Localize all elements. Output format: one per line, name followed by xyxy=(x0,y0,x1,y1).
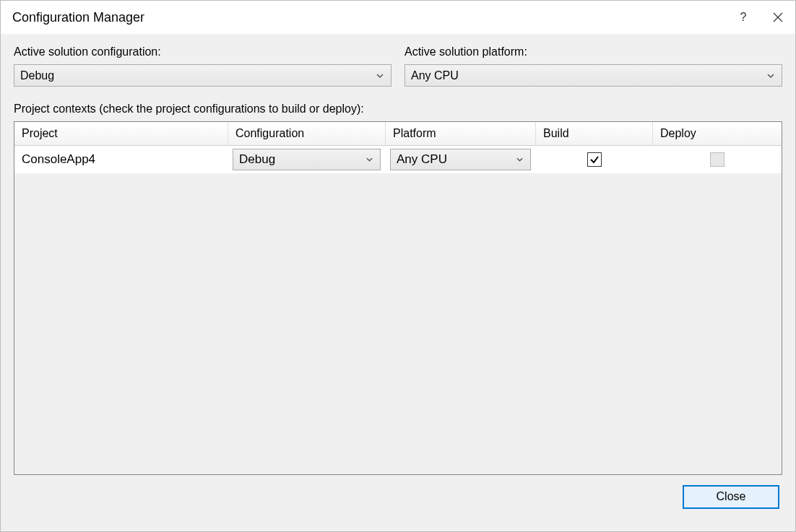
row-configuration-value: Debug xyxy=(239,152,364,167)
dialog-footer: Close xyxy=(14,475,782,518)
close-button[interactable]: Close xyxy=(683,485,779,509)
close-button-label: Close xyxy=(717,490,746,503)
close-icon xyxy=(773,12,783,22)
active-config-value: Debug xyxy=(20,69,375,82)
row-platform-combo[interactable]: Any CPU xyxy=(390,149,531,170)
chevron-down-icon xyxy=(514,154,524,165)
configuration-manager-window: Configuration Manager ? Active solution … xyxy=(0,0,796,532)
table-row: ConsoleApp4 Debug Any CPU xyxy=(14,146,782,173)
window-title: Configuration Manager xyxy=(12,10,144,25)
active-platform-value: Any CPU xyxy=(411,69,766,82)
dialog-body: Active solution configuration: Debug Act… xyxy=(1,34,795,531)
chevron-down-icon xyxy=(766,71,776,81)
help-button[interactable]: ? xyxy=(726,1,761,34)
close-window-button[interactable] xyxy=(761,1,795,34)
project-contexts-label: Project contexts (check the project conf… xyxy=(14,103,782,115)
row-platform-value: Any CPU xyxy=(397,152,514,167)
chevron-down-icon xyxy=(375,71,385,81)
col-header-build[interactable]: Build xyxy=(536,122,653,145)
row-configuration-combo[interactable]: Debug xyxy=(233,149,381,170)
project-name-cell: ConsoleApp4 xyxy=(14,146,228,173)
deploy-checkbox xyxy=(710,152,724,167)
titlebar: Configuration Manager ? xyxy=(1,1,795,34)
col-header-platform[interactable]: Platform xyxy=(386,122,536,145)
grid-body: ConsoleApp4 Debug Any CPU xyxy=(14,146,782,474)
col-header-deploy[interactable]: Deploy xyxy=(653,122,782,145)
chevron-down-icon xyxy=(364,154,374,165)
project-contexts-grid: Project Configuration Platform Build Dep… xyxy=(14,121,782,475)
checkmark-icon xyxy=(589,154,600,165)
col-header-configuration[interactable]: Configuration xyxy=(228,122,386,145)
active-config-label: Active solution configuration: xyxy=(14,45,391,58)
col-header-project[interactable]: Project xyxy=(14,122,228,145)
active-platform-combo[interactable]: Any CPU xyxy=(405,64,782,87)
build-checkbox[interactable] xyxy=(587,152,602,167)
active-platform-label: Active solution platform: xyxy=(405,45,782,58)
help-icon: ? xyxy=(740,11,747,24)
grid-header-row: Project Configuration Platform Build Dep… xyxy=(14,122,782,146)
active-config-combo[interactable]: Debug xyxy=(14,64,391,87)
